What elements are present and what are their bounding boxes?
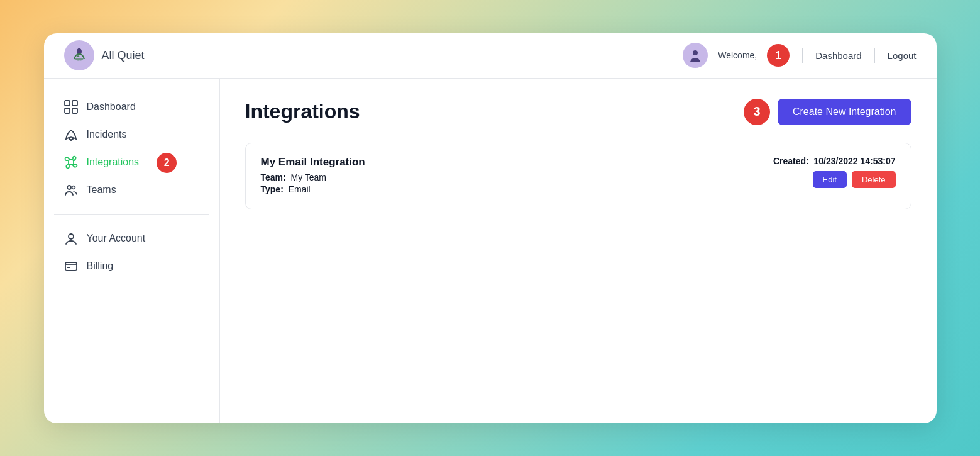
action-buttons: Edit Delete (813, 171, 896, 188)
sidebar-item-integrations[interactable]: Integrations (54, 149, 150, 175)
logout-link[interactable]: Logout (888, 50, 917, 61)
edit-button[interactable]: Edit (813, 171, 847, 188)
sidebar-item-account[interactable]: Your Account (54, 225, 209, 252)
main-header: Integrations 3 Create New Integration (245, 99, 911, 125)
annotation-badge-1: 1 (767, 44, 790, 67)
sidebar-item-label-teams: Teams (87, 184, 116, 196)
header-divider-2 (874, 48, 875, 63)
sidebar-item-integrations-wrapper: Integrations 2 (54, 149, 209, 177)
delete-button[interactable]: Delete (852, 171, 896, 188)
svg-rect-7 (65, 108, 70, 113)
header: All Quiet Welcome, 1 Dashboard Logout (44, 33, 937, 79)
billing-icon (64, 259, 78, 273)
svg-rect-8 (72, 108, 77, 113)
sidebar-item-billing[interactable]: Billing (54, 253, 209, 279)
body: Dashboard Incidents (44, 79, 937, 423)
sidebar: Dashboard Incidents (44, 79, 220, 423)
sidebar-item-dashboard[interactable]: Dashboard (54, 94, 209, 120)
svg-rect-10 (69, 160, 74, 165)
header-divider (802, 48, 803, 63)
created-value: 10/23/2022 14:53:07 (814, 156, 896, 166)
integration-created: Created: 10/23/2022 14:53:07 (773, 156, 896, 166)
svg-point-4 (693, 50, 698, 55)
dashboard-icon (64, 100, 78, 114)
app-container: All Quiet Welcome, 1 Dashboard Logout (44, 33, 937, 423)
sidebar-item-label-incidents: Incidents (87, 129, 127, 140)
integration-team: Team: My Team (261, 172, 365, 182)
svg-rect-5 (65, 101, 70, 106)
incidents-icon (64, 128, 78, 142)
app-name: All Quiet (102, 49, 145, 62)
sidebar-bottom-section: Your Account Billing (44, 225, 219, 281)
integration-info: My Email Integration Team: My Team Type:… (261, 156, 365, 196)
dashboard-link[interactable]: Dashboard (815, 50, 861, 61)
create-new-integration-button[interactable]: Create New Integration (778, 99, 911, 125)
main-content: Integrations 3 Create New Integration My… (220, 79, 937, 423)
integration-type: Type: Email (261, 184, 365, 194)
type-value: Email (289, 184, 311, 194)
integration-name: My Email Integration (261, 156, 365, 169)
svg-point-9 (69, 137, 73, 140)
integration-card: My Email Integration Team: My Team Type:… (245, 143, 911, 209)
account-icon (64, 231, 78, 245)
sidebar-item-teams[interactable]: Teams (54, 177, 209, 203)
main-header-right: 3 Create New Integration (744, 99, 911, 125)
header-right: Welcome, 1 Dashboard Logout (683, 43, 916, 68)
created-label: Created: (773, 156, 809, 166)
app-logo-avatar (64, 40, 94, 70)
svg-point-12 (72, 186, 75, 189)
sidebar-item-label-billing: Billing (87, 260, 114, 272)
user-avatar (683, 43, 708, 68)
teams-icon (64, 183, 78, 197)
welcome-text: Welcome, (718, 50, 757, 60)
team-label: Team: (261, 172, 286, 182)
annotation-badge-3: 3 (744, 99, 770, 125)
sidebar-item-incidents[interactable]: Incidents (54, 121, 209, 148)
svg-point-2 (77, 48, 81, 52)
sidebar-item-label-account: Your Account (87, 233, 146, 244)
svg-point-0 (68, 44, 91, 67)
sidebar-main-section: Dashboard Incidents (44, 94, 219, 204)
page-title: Integrations (245, 100, 360, 123)
team-value: My Team (290, 172, 326, 182)
svg-point-11 (67, 186, 71, 189)
sidebar-item-label-dashboard: Dashboard (87, 101, 136, 113)
integration-actions: Created: 10/23/2022 14:53:07 Edit Delete (773, 156, 896, 188)
svg-rect-14 (65, 262, 77, 270)
svg-point-13 (69, 234, 74, 239)
svg-rect-16 (67, 267, 70, 268)
type-label: Type: (261, 184, 284, 194)
annotation-badge-2: 2 (157, 153, 177, 173)
svg-rect-6 (72, 101, 77, 106)
integrations-icon (64, 155, 78, 169)
logo-area: All Quiet (64, 40, 145, 70)
sidebar-divider (54, 214, 209, 215)
sidebar-item-label-integrations: Integrations (87, 157, 140, 168)
